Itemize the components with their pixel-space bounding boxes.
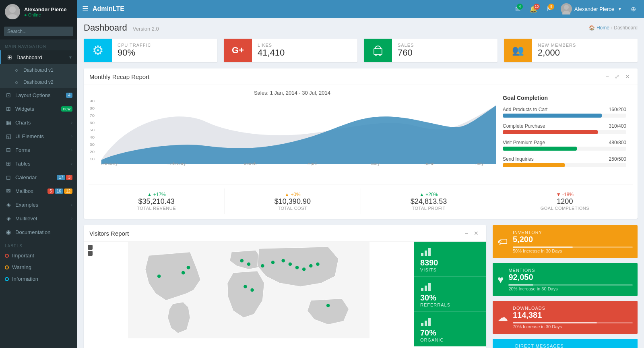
cpu-label: CPU TRAFFIC: [118, 43, 212, 48]
referrals-value: 30%: [420, 293, 450, 302]
likes-label: LIKES: [258, 43, 352, 48]
map-area: [84, 242, 414, 346]
sidebar-item-dashboard[interactable]: ⊞ Dashboard ▼: [0, 50, 77, 64]
sidebar-item-mailbox[interactable]: ✉ Mailbox 5 16 12: [0, 184, 77, 198]
likes-icon: G+: [224, 39, 252, 62]
svg-point-3: [562, 11, 570, 14]
close-button[interactable]: ✕: [623, 72, 632, 81]
multilevel-icon: ◈: [5, 215, 12, 222]
widgets-badge: new: [61, 106, 72, 112]
visitors-title: Visitors Report: [89, 230, 129, 237]
label-warning-text: Warning: [12, 264, 31, 270]
goal-completion-title: Goal Completion: [503, 95, 626, 101]
inventory-label: INVENTORY: [513, 230, 633, 235]
sidebar-toggle-button[interactable]: ☰: [82, 4, 89, 13]
svg-rect-47: [425, 321, 427, 326]
likes-info: LIKES 41,410: [252, 39, 357, 62]
breadcrumb-separator: /: [611, 25, 612, 31]
members-label: NEW MEMBERS: [538, 43, 632, 48]
share-button[interactable]: ⊕: [627, 4, 639, 14]
sidebar-item-forms[interactable]: ⊟ Forms ›: [0, 143, 77, 157]
svg-point-37: [244, 285, 247, 288]
profit-amount: $24,813.53: [364, 197, 493, 206]
goals-label: GOAL COMPLETIONS: [500, 206, 630, 211]
minimize-button[interactable]: −: [604, 72, 611, 81]
svg-text:40: 40: [90, 135, 95, 139]
arrow-icon: ›: [71, 120, 72, 125]
tasks-badge: 9: [548, 4, 554, 10]
label-information-text: Information: [12, 276, 38, 282]
notifications-button[interactable]: 🔔 10: [526, 4, 541, 14]
members-icon: 👥: [504, 39, 532, 62]
labels-section-label: LABELS: [0, 239, 77, 250]
sidebar-item-layout[interactable]: ⊡ Layout Options 4: [0, 88, 77, 102]
goal-value-2: 480/800: [609, 140, 626, 145]
cpu-value: 90%: [118, 48, 212, 58]
svg-point-30: [271, 261, 275, 264]
svg-point-33: [295, 266, 299, 269]
label-important[interactable]: Important: [0, 250, 77, 261]
svg-text:60: 60: [90, 121, 95, 125]
visits-icon: [420, 246, 431, 257]
main-content-area: ☰ AdminLTE ✉ 4 🔔 10 ⚑ 9 Alexander Pierce…: [77, 0, 644, 348]
sidebar-item-ui-elements[interactable]: ◱ UI Elements ›: [0, 129, 77, 143]
user-caret-icon: ▼: [618, 7, 622, 11]
visitors-panel-tools: − ✕: [463, 229, 481, 237]
sidebar-item-multilevel[interactable]: ◈ Multilevel ›: [0, 211, 77, 225]
arrow-icon: ›: [71, 203, 72, 207]
tasks-button[interactable]: ⚑ 9: [543, 4, 555, 14]
svg-rect-40: [421, 253, 423, 256]
notifications-badge: 10: [534, 4, 540, 10]
sales-value: 760: [398, 48, 492, 58]
sidebar-item-calendar[interactable]: ◻ Calendar 17 3: [0, 170, 77, 184]
calendar-icon: ◻: [5, 174, 12, 180]
sidebar-item-dashboard-v2[interactable]: ○ Dashboard v2: [0, 76, 77, 88]
goal-completion-area: Goal Completion Add Products to Cart 160…: [496, 90, 633, 178]
arrow-icon: ›: [71, 148, 72, 152]
layout-badge: 4: [66, 93, 72, 98]
sidebar-item-widgets[interactable]: ⊞ Widgets new: [0, 102, 77, 116]
sidebar-item-documentation[interactable]: ◉ Documentation: [0, 225, 77, 239]
svg-point-29: [261, 264, 264, 268]
inventory-icon: 🏷: [497, 236, 508, 248]
visitors-minimize-button[interactable]: −: [463, 229, 470, 237]
svg-text:February: February: [167, 162, 186, 166]
svg-text:70: 70: [90, 114, 95, 118]
sidebar-item-dashboard-v1[interactable]: ○ Dashboard v1: [0, 64, 77, 76]
arrow-icon: ›: [71, 162, 72, 166]
cost-amount: $10,390.90: [228, 197, 357, 206]
mentions-card: ♥ MENTIONS 92,050 20% Increase in 30 Day…: [493, 263, 638, 296]
label-warning[interactable]: Warning: [0, 261, 77, 273]
messages-card-label: DIRECT MESSAGES: [515, 344, 633, 348]
svg-point-35: [309, 264, 313, 268]
svg-point-6: [379, 54, 381, 56]
sidebar-item-label: Dashboard v2: [23, 79, 72, 85]
sidebar-item-label: Dashboard: [17, 54, 68, 60]
information-dot: [5, 277, 9, 281]
breadcrumb-home-link[interactable]: Home: [597, 25, 609, 31]
sidebar-item-charts[interactable]: ▦ Charts ›: [0, 116, 77, 129]
important-dot: [5, 254, 9, 258]
search-input[interactable]: [4, 27, 73, 36]
svg-text:20: 20: [90, 150, 95, 154]
messages-button[interactable]: ✉ 4: [512, 4, 524, 14]
label-information[interactable]: Information: [0, 273, 77, 285]
chart-canvas: 90 80 70 60 50 40 30 20 10: [89, 97, 496, 166]
visitors-panel: Visitors Report − ✕: [84, 225, 486, 348]
svg-text:March: March: [244, 162, 257, 166]
mentions-value: 92,050: [508, 273, 633, 282]
goal-label-0: Add Products to Cart: [503, 107, 547, 112]
svg-point-34: [302, 267, 306, 271]
chart-area: Sales: 1 Jan, 2014 - 30 Jul, 2014 90 80 …: [89, 90, 496, 178]
goal-item-2: Visit Premium Page 480/800: [503, 140, 626, 151]
svg-point-28: [247, 262, 251, 266]
user-menu-button[interactable]: Alexander Pierce ▼: [557, 3, 625, 14]
goal-item-3: Send Inquiries 250/500: [503, 156, 626, 167]
sidebar-item-examples[interactable]: ◈ Examples ›: [0, 198, 77, 211]
examples-icon: ◈: [5, 201, 12, 208]
visitors-close-button[interactable]: ✕: [472, 229, 481, 237]
sidebar-item-tables[interactable]: ⊞ Tables ›: [0, 157, 77, 170]
user-avatar: [561, 3, 572, 14]
topnav-username: Alexander Pierce: [574, 6, 614, 12]
resize-button[interactable]: ⤢: [613, 72, 621, 81]
